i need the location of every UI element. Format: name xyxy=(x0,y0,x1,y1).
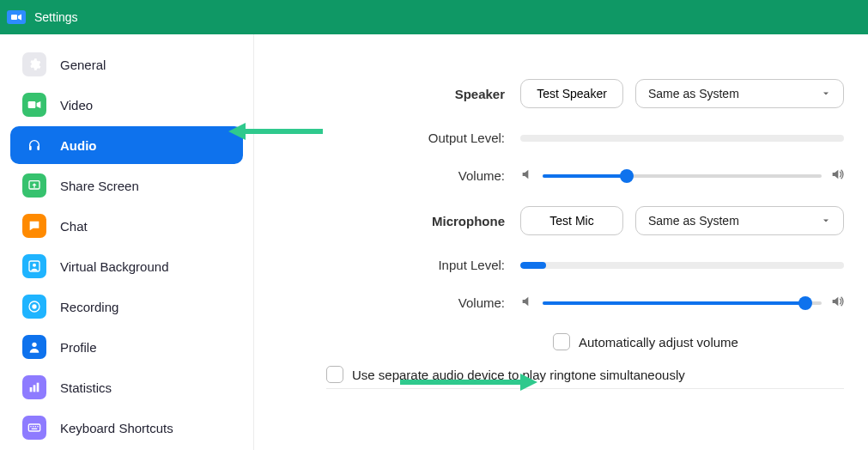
svg-rect-14 xyxy=(30,426,31,427)
share-screen-icon xyxy=(22,173,46,198)
svg-rect-15 xyxy=(33,426,33,427)
svg-rect-3 xyxy=(37,146,39,150)
window-title: Settings xyxy=(34,10,78,24)
test-speaker-button[interactable]: Test Speaker xyxy=(520,79,623,108)
sidebar-item-profile[interactable]: Profile xyxy=(10,328,243,366)
chat-icon xyxy=(22,214,46,238)
sidebar-item-statistics[interactable]: Statistics xyxy=(10,368,243,406)
speaker-output-level-meter xyxy=(520,135,844,142)
microphone-section-title: Microphone xyxy=(288,214,520,228)
speaker-device-value: Same as System xyxy=(648,87,739,100)
sidebar-item-chat[interactable]: Chat xyxy=(10,207,243,245)
keyboard-icon xyxy=(22,416,46,440)
sidebar-item-label: Chat xyxy=(60,219,88,234)
mic-input-level-meter xyxy=(520,262,844,269)
headphones-icon xyxy=(22,133,46,157)
svg-rect-10 xyxy=(30,387,33,392)
volume-high-icon xyxy=(830,167,844,184)
mic-volume-slider[interactable] xyxy=(520,295,844,311)
settings-sidebar: General Video Audio Share Screen Chat xyxy=(0,34,254,450)
auto-adjust-volume-checkbox[interactable] xyxy=(553,333,570,350)
gear-icon xyxy=(22,52,46,76)
svg-rect-12 xyxy=(37,383,39,392)
test-mic-button[interactable]: Test Mic xyxy=(520,206,623,235)
titlebar: Settings xyxy=(0,0,868,34)
separate-ringtone-device-checkbox[interactable] xyxy=(326,366,343,383)
chevron-down-icon xyxy=(821,88,831,99)
annotation-arrow xyxy=(400,371,537,396)
annotation-arrow xyxy=(228,120,323,145)
svg-rect-18 xyxy=(32,429,38,429)
svg-point-9 xyxy=(32,343,36,347)
mic-device-value: Same as System xyxy=(648,214,739,228)
auto-adjust-volume-label: Automatically adjust volume xyxy=(579,335,738,350)
sidebar-item-label: Statistics xyxy=(60,380,112,395)
speaker-section-title: Speaker xyxy=(288,87,520,101)
sidebar-item-label: Recording xyxy=(60,300,118,314)
svg-rect-1 xyxy=(28,101,36,108)
svg-rect-2 xyxy=(29,146,32,150)
svg-rect-13 xyxy=(28,424,39,431)
mic-device-select[interactable]: Same as System xyxy=(635,206,844,235)
audio-settings-panel: Speaker Test Speaker Same as System Outp… xyxy=(254,34,868,450)
sidebar-item-keyboard-shortcuts[interactable]: Keyboard Shortcuts xyxy=(10,409,243,447)
svg-rect-16 xyxy=(35,426,36,427)
sidebar-item-label: Audio xyxy=(60,138,97,153)
profile-icon xyxy=(22,335,46,359)
volume-high-icon xyxy=(830,295,844,311)
sidebar-item-label: Video xyxy=(60,98,93,112)
sidebar-item-label: Profile xyxy=(60,340,97,355)
video-icon xyxy=(22,93,46,117)
output-level-label: Output Level: xyxy=(288,131,520,145)
svg-rect-0 xyxy=(11,15,17,20)
sidebar-item-label: General xyxy=(60,58,106,72)
svg-point-8 xyxy=(32,304,36,308)
app-icon xyxy=(7,10,26,24)
speaker-volume-slider[interactable] xyxy=(520,167,844,184)
volume-low-icon xyxy=(520,295,534,311)
sidebar-item-video[interactable]: Video xyxy=(10,86,243,124)
sidebar-item-share-screen[interactable]: Share Screen xyxy=(10,167,243,204)
svg-rect-11 xyxy=(33,385,36,392)
chevron-down-icon xyxy=(821,216,831,226)
svg-rect-17 xyxy=(37,426,38,427)
sidebar-item-label: Virtual Background xyxy=(60,259,168,274)
speaker-device-select[interactable]: Same as System xyxy=(635,79,844,108)
sidebar-item-virtual-background[interactable]: Virtual Background xyxy=(10,247,243,285)
mic-volume-label: Volume: xyxy=(288,295,520,310)
volume-low-icon xyxy=(520,167,534,184)
virtual-background-icon xyxy=(22,254,46,278)
sidebar-item-recording[interactable]: Recording xyxy=(10,288,243,325)
recording-icon xyxy=(22,295,46,319)
input-level-label: Input Level: xyxy=(288,258,520,272)
sidebar-item-label: Keyboard Shortcuts xyxy=(60,421,173,435)
speaker-volume-label: Volume: xyxy=(288,168,520,183)
sidebar-item-label: Share Screen xyxy=(60,179,139,193)
sidebar-item-general[interactable]: General xyxy=(10,46,243,83)
statistics-icon xyxy=(22,375,46,399)
sidebar-item-audio[interactable]: Audio xyxy=(10,126,243,164)
svg-point-6 xyxy=(33,264,36,267)
